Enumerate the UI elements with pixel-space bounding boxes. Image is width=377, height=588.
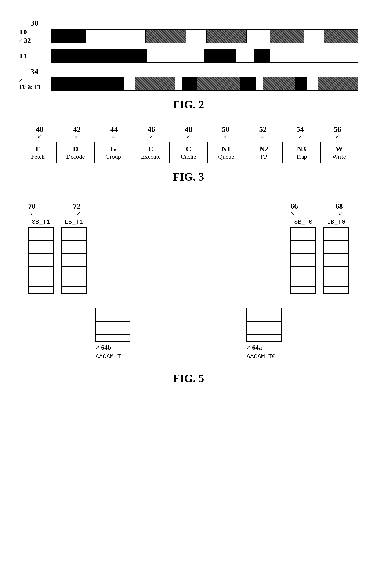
fig3-section: 40 ↙ 42 ↙ 44 ↙ 46 ↙ 48 ↙ [19,125,358,183]
sb-t1-column: SB_T1 [28,218,54,294]
stage-cache: C Cache [170,142,207,163]
ref-64a: 64a [252,344,262,351]
t0-buffer-group: 66 ↘ 68 ↙ SB_T0 [291,202,349,294]
fig5-caption: FIG. 5 [19,372,358,385]
ref-72: 72 [73,202,81,211]
ref-66: 66 [291,202,298,211]
t1-row: T1 [19,49,358,63]
stage-group: G Group [94,142,132,163]
stage-decode: D Decode [57,142,94,163]
t0-bar [51,29,358,44]
t0-row: T0 ↗ 32 [19,28,358,45]
ref-64b: 64b [101,344,111,351]
stage-execute: E Execute [132,142,170,163]
page: 30 T0 ↗ 32 [0,0,377,588]
stage-fetch: F Fetch [19,142,57,163]
ref-70: 70 [28,202,35,211]
pipe-num-42: 42 [73,125,81,134]
t1-bar [51,49,358,63]
sb-t0-buffer [291,227,316,294]
aacam-t1-group: ↗ 64b AACAM_T1 [95,308,130,360]
fig5-section: 70 ↘ 72 ↙ SB_T1 [19,202,358,385]
sb-t0-label: SB_T0 [294,218,312,226]
ref-30: 30 [30,19,38,28]
sb-t1-buffer [28,227,54,294]
lb-t1-buffer [61,227,86,294]
t01-row: ↗ T0 & T1 [19,77,358,91]
stage-queue: N1 Queue [207,142,245,163]
aacam-t0-label: AACAM_T0 [247,353,276,360]
pipe-num-48: 48 [185,125,192,134]
pipe-num-46: 46 [148,125,155,134]
pipe-num-50: 50 [222,125,229,134]
sb-t1-label: SB_T1 [32,218,50,226]
aacam-t0-buffer [247,308,282,342]
fig2-section: 30 T0 ↗ 32 [19,14,358,111]
pipe-num-40: 40 [36,125,44,134]
aacam-t0-group: ↗ 64a AACAM_T0 [247,308,282,360]
fig2-caption: FIG. 2 [19,98,358,111]
pipe-num-54: 54 [296,125,304,134]
pipe-num-52: 52 [259,125,267,134]
t01-bar [51,77,358,91]
lb-t0-column: LB_T0 [323,218,349,294]
fig3-caption: FIG. 3 [19,170,358,183]
ref-34: 34 [30,67,38,76]
stage-write: W Write [320,142,358,163]
pipe-num-56: 56 [333,125,341,134]
t1-buffer-group: 70 ↘ 72 ↙ SB_T1 [28,202,86,294]
t1-label: T1 [19,52,27,60]
aacam-t1-buffer [95,308,130,342]
pipe-num-44: 44 [110,125,118,134]
t01-label: T0 & T1 [19,83,41,90]
lb-t0-label: LB_T0 [327,218,345,226]
aacam-t1-label: AACAM_T1 [95,353,125,360]
stage-trap: N3 Trap [283,142,320,163]
ref-68: 68 [335,202,343,211]
lb-t1-column: LB_T1 [61,218,86,294]
lb-t0-buffer [323,227,349,294]
pipeline-table: F Fetch D Decode G Group E Execute C C [19,142,358,163]
ref-32: 32 [24,36,31,45]
sb-t0-column: SB_T0 [291,218,316,294]
stage-fp: N2 FP [245,142,283,163]
t0-label: T0 [19,28,27,36]
lb-t1-label: LB_T1 [65,218,83,226]
